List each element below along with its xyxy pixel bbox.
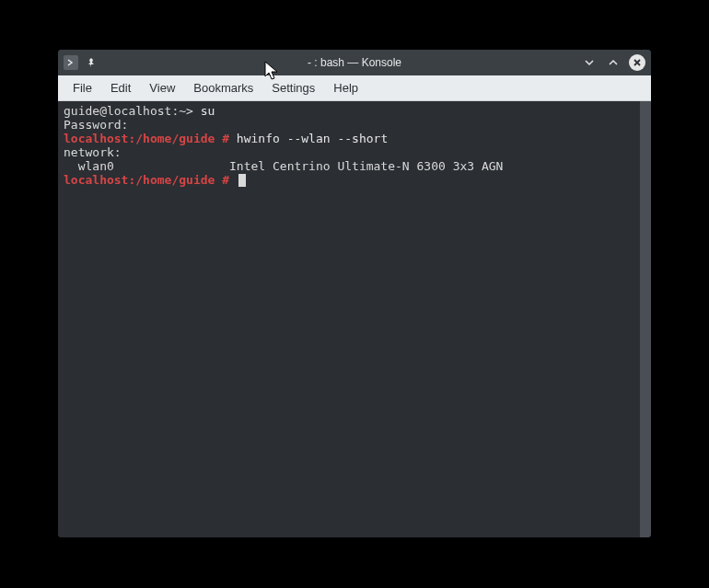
terminal-line: network: [64, 146, 634, 160]
pin-icon[interactable] [84, 55, 99, 70]
menu-settings[interactable]: Settings [262, 77, 324, 98]
titlebar-left [64, 55, 99, 70]
close-button[interactable] [629, 54, 645, 71]
menu-bookmarks[interactable]: Bookmarks [184, 77, 262, 98]
terminal-line: localhost:/home/guide # hwinfo --wlan --… [64, 133, 634, 146]
command-text [229, 173, 237, 187]
menu-edit[interactable]: Edit [101, 77, 140, 98]
titlebar-controls [581, 54, 645, 71]
menu-view[interactable]: View [140, 77, 184, 98]
terminal-area: guide@localhost:~> suPassword:localhost:… [58, 101, 651, 537]
window-title: - : bash — Konsole [58, 56, 651, 69]
terminal-line: localhost:/home/guide # [64, 174, 634, 188]
terminal-line: guide@localhost:~> su [64, 105, 634, 119]
scrollbar[interactable] [640, 101, 651, 537]
terminal-line: Password: [64, 119, 634, 133]
app-menu-icon[interactable] [64, 55, 78, 70]
root-prompt: localhost:/home/guide # [64, 132, 229, 145]
maximize-button[interactable] [605, 54, 622, 71]
minimize-button[interactable] [581, 54, 598, 71]
konsole-window: - : bash — Konsole File Edit View Bookma… [58, 50, 651, 537]
terminal-cursor [238, 174, 246, 187]
menu-file[interactable]: File [64, 77, 101, 98]
titlebar[interactable]: - : bash — Konsole [58, 50, 651, 75]
command-text: hwinfo --wlan --short [229, 132, 388, 145]
root-prompt: localhost:/home/guide # [64, 173, 229, 187]
command-text: su [193, 104, 215, 118]
terminal[interactable]: guide@localhost:~> suPassword:localhost:… [58, 101, 640, 537]
menubar: File Edit View Bookmarks Settings Help [58, 75, 651, 101]
terminal-line: wlan0 Intel Centrino Ultimate-N 6300 3x3… [64, 160, 634, 174]
menu-help[interactable]: Help [324, 77, 367, 98]
user-prompt: guide@localhost:~> [64, 104, 193, 118]
